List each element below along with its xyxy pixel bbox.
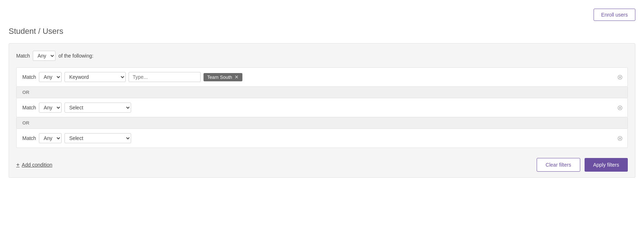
top-match-label: Match <box>16 53 30 59</box>
remove-icon-1: ⊗ <box>617 73 623 81</box>
match-select-3[interactable]: Any All <box>39 133 62 143</box>
add-condition-button[interactable]: + Add condition <box>16 162 52 168</box>
page-title: Student / Users <box>9 27 635 36</box>
remove-condition-button-2[interactable]: ⊗ <box>617 104 623 111</box>
type-input-1[interactable] <box>129 72 201 82</box>
plus-icon: + <box>16 162 19 168</box>
top-match-suffix: of the following: <box>58 53 93 59</box>
match-label-2: Match <box>22 105 36 110</box>
apply-filters-button[interactable]: Apply filters <box>585 158 628 172</box>
filter-action-btns: Clear filters Apply filters <box>537 158 628 172</box>
top-match-row: Match Any All of the following: <box>16 51 628 61</box>
field-select-3[interactable]: Select <box>64 133 131 143</box>
or-divider-2: OR <box>16 117 628 128</box>
condition-block-1: Match Any All Keyword Team South ✕ ⊗ <box>16 67 628 87</box>
remove-icon-2: ⊗ <box>617 104 623 111</box>
match-select-2[interactable]: Any All <box>39 103 62 113</box>
condition-row-2: Match Any All Select <box>22 103 613 113</box>
match-label-3: Match <box>22 135 36 141</box>
field-select-2[interactable]: Select <box>64 103 131 113</box>
clear-filters-button[interactable]: Clear filters <box>537 158 580 172</box>
keyword-select-1[interactable]: Keyword <box>64 72 126 82</box>
page-container: Enroll users Student / Users Match Any A… <box>0 0 644 178</box>
match-label-1: Match <box>22 74 36 80</box>
enroll-users-button[interactable]: Enroll users <box>594 9 635 21</box>
filter-panel: Match Any All of the following: Match An… <box>9 43 635 178</box>
condition-block-3: Match Any All Select ⊗ <box>16 128 628 148</box>
bottom-bar: + Add condition Clear filters Apply filt… <box>16 152 628 177</box>
remove-icon-3: ⊗ <box>617 135 623 142</box>
tag-chip-1: Team South ✕ <box>204 73 242 81</box>
enroll-btn-row: Enroll users <box>9 9 635 21</box>
condition-block-2: Match Any All Select ⊗ <box>16 98 628 117</box>
remove-condition-button-3[interactable]: ⊗ <box>617 135 623 142</box>
condition-row-3: Match Any All Select <box>22 133 613 143</box>
tag-chip-close-1[interactable]: ✕ <box>234 74 239 80</box>
match-select-1[interactable]: Any All <box>39 72 62 82</box>
add-condition-label: Add condition <box>22 162 52 168</box>
or-divider-1: OR <box>16 87 628 98</box>
tag-chip-label-1: Team South <box>207 74 232 80</box>
condition-row-1: Match Any All Keyword Team South ✕ <box>22 72 613 82</box>
remove-condition-button-1[interactable]: ⊗ <box>617 73 623 81</box>
top-match-select[interactable]: Any All <box>33 51 55 61</box>
